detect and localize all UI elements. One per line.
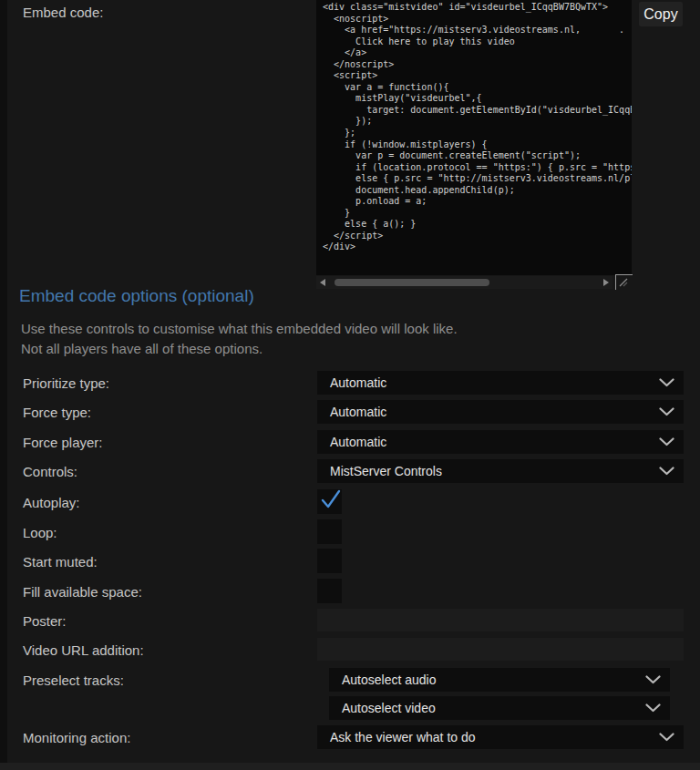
fill-available-space-label: Fill available space:	[23, 583, 142, 599]
autoplay-checkbox[interactable]	[317, 489, 342, 514]
start-muted-checkbox[interactable]	[317, 549, 342, 573]
loop-checkbox[interactable]	[317, 519, 342, 544]
controls-label: Controls:	[23, 464, 77, 479]
row-autoplay: Autoplay:	[0, 489, 700, 514]
preselect-video-value: Autoselect video	[342, 701, 436, 715]
monitoring-action-select[interactable]: Ask the viewer what to do	[317, 725, 684, 749]
scrollbar-thumb[interactable]	[335, 279, 489, 286]
preselect-tracks-label: Preselect tracks:	[23, 672, 124, 688]
monitoring-action-value: Ask the viewer what to do	[330, 730, 476, 744]
preselect-audio-select[interactable]: Autoselect audio	[329, 668, 670, 692]
row-controls: Controls: MistServer Controls	[0, 459, 700, 483]
description-line-1: Use these controls to customise what thi…	[21, 319, 458, 339]
description-line-2: Not all players have all of these option…	[21, 339, 458, 359]
chevron-down-icon	[659, 407, 674, 416]
chevron-down-icon	[659, 437, 674, 447]
row-start-muted: Start muted:	[0, 549, 700, 573]
video-url-addition-label: Video URL addition:	[23, 642, 144, 657]
controls-select[interactable]: MistServer Controls	[317, 459, 684, 483]
autoplay-label: Autoplay:	[23, 494, 80, 509]
embed-code-content: <div class="mistvideo" id="visdeurbel_IC…	[316, 0, 632, 253]
force-player-label: Force player:	[23, 435, 103, 450]
chevron-down-icon	[659, 733, 674, 742]
force-type-select[interactable]: Automatic	[317, 400, 684, 424]
chevron-down-icon	[645, 675, 661, 684]
preselect-audio-value: Autoselect audio	[342, 672, 437, 687]
embed-code-textarea[interactable]: <div class="mistvideo" id="visdeurbel_IC…	[316, 0, 632, 275]
chevron-down-icon	[659, 467, 674, 476]
prioritize-type-value: Automatic	[330, 375, 386, 390]
prioritize-type-select[interactable]: Automatic	[317, 371, 684, 395]
chevron-down-icon	[659, 378, 674, 387]
start-muted-label: Start muted:	[23, 553, 98, 569]
fill-available-space-checkbox[interactable]	[317, 579, 342, 603]
row-video-url-addition: Video URL addition:	[0, 638, 700, 661]
poster-input[interactable]	[317, 609, 684, 631]
row-force-type: Force type: Automatic	[0, 400, 700, 424]
embed-code-horizontal-scrollbar[interactable]	[316, 276, 612, 289]
bottom-divider	[0, 763, 700, 770]
chevron-down-icon	[645, 703, 661, 713]
row-loop: Loop:	[0, 519, 700, 544]
monitoring-action-label: Monitoring action:	[23, 730, 130, 745]
force-player-select[interactable]: Automatic	[317, 430, 684, 454]
scroll-right-arrow-icon[interactable]	[603, 279, 609, 286]
video-url-addition-input[interactable]	[317, 638, 684, 661]
row-monitoring-action: Monitoring action: Ask the viewer what t…	[0, 725, 700, 749]
row-force-player: Force player: Automatic	[0, 430, 700, 454]
force-player-value: Automatic	[330, 435, 386, 449]
preselect-video-select[interactable]: Autoselect video	[329, 696, 670, 720]
row-fill-available-space: Fill available space:	[0, 579, 700, 603]
checkmark-icon	[319, 488, 343, 511]
force-type-label: Force type:	[23, 405, 91, 420]
embed-code-label: Embed code:	[23, 5, 103, 20]
textarea-resize-grip-icon[interactable]	[615, 274, 633, 290]
poster-label: Poster:	[23, 612, 67, 628]
copy-button[interactable]: Copy	[639, 2, 683, 26]
row-poster: Poster:	[0, 609, 700, 631]
options-section-heading: Embed code options (optional)	[19, 286, 254, 306]
prioritize-type-label: Prioritize type:	[23, 375, 109, 391]
controls-value: MistServer Controls	[330, 464, 442, 478]
loop-label: Loop:	[23, 524, 57, 539]
force-type-value: Automatic	[330, 405, 386, 419]
scroll-left-arrow-icon[interactable]	[320, 279, 325, 286]
row-preselect-tracks: Preselect tracks: Autoselect audio Autos…	[0, 668, 700, 720]
row-prioritize-type: Prioritize type: Automatic	[0, 371, 700, 395]
options-description: Use these controls to customise what thi…	[21, 319, 458, 358]
embed-settings-page: Embed code: <div class="mistvideo" id="v…	[0, 0, 700, 770]
